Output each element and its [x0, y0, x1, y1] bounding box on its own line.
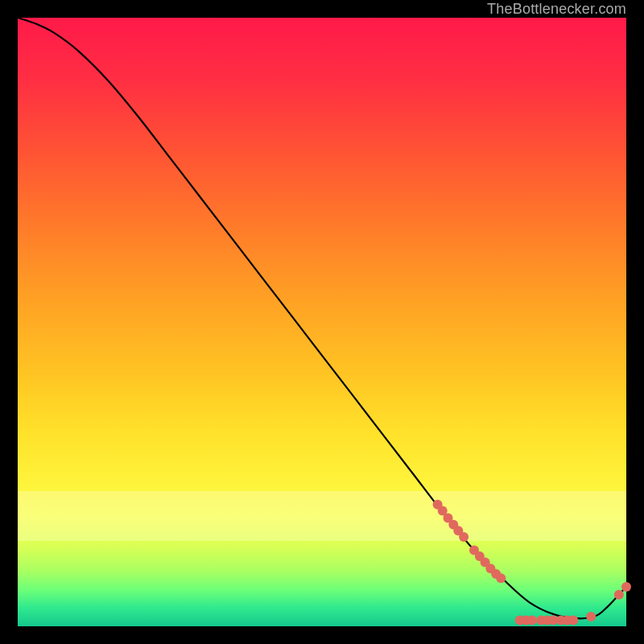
data-point — [496, 573, 506, 583]
data-points — [433, 500, 631, 625]
data-point — [527, 615, 537, 625]
data-point — [459, 532, 469, 542]
data-point — [586, 612, 596, 621]
bottleneck-curve — [18, 18, 626, 618]
data-point — [568, 615, 578, 625]
chart-overlay — [0, 0, 644, 644]
data-point — [614, 590, 624, 600]
chart-stage: TheBottlenecker.com — [0, 0, 644, 644]
data-point — [621, 582, 631, 592]
